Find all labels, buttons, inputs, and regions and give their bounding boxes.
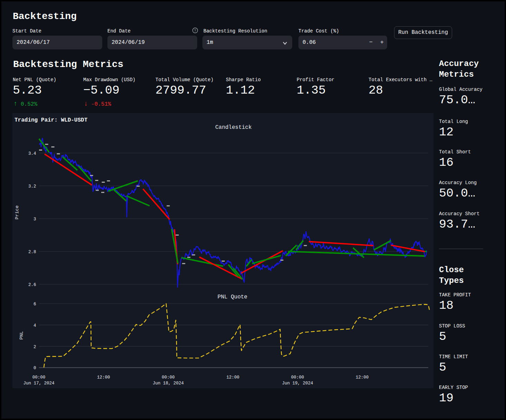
- svg-text:Jun 18, 2024: Jun 18, 2024: [153, 381, 184, 386]
- svg-text:2: 2: [34, 345, 36, 350]
- svg-text:6: 6: [34, 302, 36, 307]
- svg-text:00:00: 00:00: [291, 375, 304, 380]
- svg-text:12:00: 12:00: [97, 375, 110, 380]
- svg-text:PNL: PNL: [19, 331, 24, 340]
- svg-text:2.8: 2.8: [28, 250, 36, 255]
- svg-text:2.6: 2.6: [28, 283, 36, 287]
- svg-text:Jun 17, 2024: Jun 17, 2024: [23, 381, 55, 386]
- svg-text:Trading Pair: WLD-USDT: Trading Pair: WLD-USDT: [15, 117, 88, 123]
- svg-text:4: 4: [34, 323, 36, 328]
- svg-text:Jun 19, 2024: Jun 19, 2024: [282, 381, 313, 386]
- svg-text:3.4: 3.4: [28, 151, 36, 156]
- svg-text:3: 3: [34, 217, 36, 222]
- svg-text:12:00: 12:00: [226, 375, 239, 380]
- svg-text:00:00: 00:00: [162, 375, 175, 380]
- svg-text:3.2: 3.2: [28, 184, 36, 189]
- svg-text:0: 0: [34, 366, 36, 371]
- svg-text:Candlestick: Candlestick: [215, 124, 252, 131]
- svg-text:PNL Quote: PNL Quote: [218, 294, 247, 300]
- svg-text:12:00: 12:00: [356, 375, 369, 380]
- svg-text:00:00: 00:00: [32, 375, 46, 380]
- svg-text:Price: Price: [15, 206, 20, 220]
- svg-text:?: ?: [194, 29, 196, 33]
